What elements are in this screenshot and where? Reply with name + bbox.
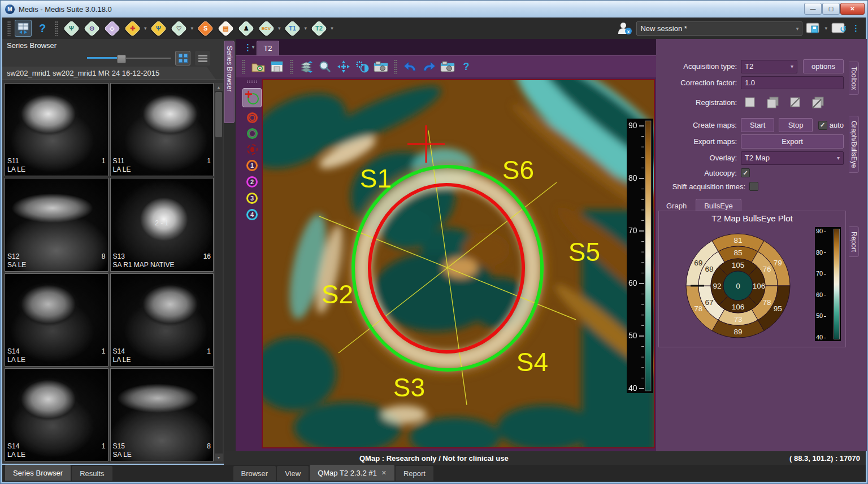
chevron-down-icon[interactable]: ▾	[144, 25, 147, 31]
close-tab-icon[interactable]: ✕	[381, 469, 387, 477]
window-layout-button[interactable]	[15, 20, 32, 37]
tab-browser[interactable]: Browser	[233, 466, 276, 481]
auto-checkbox[interactable]: ✓	[818, 121, 827, 130]
registration-none-button[interactable]	[741, 95, 760, 110]
acquisition-type-select[interactable]: T2▾	[741, 60, 797, 73]
chevron-down-icon[interactable]: ▾	[824, 25, 827, 31]
scrollbar-thumb[interactable]	[215, 92, 222, 137]
snapshot-button[interactable]	[374, 60, 388, 73]
frame-indicator: 2 - 1	[111, 219, 214, 227]
graph-bullseye-vertical-tab[interactable]: Graph/BullsEye	[849, 116, 859, 173]
endo-contour-tool[interactable]	[247, 112, 258, 123]
app-t2-button[interactable]: T2	[310, 19, 328, 38]
window-level-button[interactable]	[355, 60, 370, 73]
tab-report[interactable]: Report	[396, 466, 433, 481]
epi-contour-tool[interactable]	[247, 128, 258, 139]
minimize-button[interactable]: —	[804, 3, 822, 15]
thumbnail-size-slider[interactable]	[87, 54, 171, 62]
toolbox-vertical-tab[interactable]: Toolbox	[849, 62, 859, 95]
registration-stack-button[interactable]	[763, 95, 783, 110]
blood-pool-tool[interactable]	[247, 144, 258, 155]
app-flow-button[interactable]: S	[196, 19, 214, 38]
zoom-button[interactable]	[318, 60, 332, 73]
toolbar-grip[interactable]	[242, 59, 245, 74]
view-menu-icon[interactable]: ⋮▾	[244, 42, 254, 53]
reset-layout-icon[interactable]: ↺	[831, 22, 846, 34]
series-thumbnail[interactable]: S158SA LE	[110, 368, 214, 461]
redo-button[interactable]	[422, 60, 436, 73]
bullseye-plot[interactable]: 817995897869857678736768105106106920	[679, 226, 797, 343]
chevron-down-icon[interactable]: ▾	[278, 25, 281, 31]
help-button[interactable]: ?	[459, 60, 474, 73]
save-button[interactable]	[270, 60, 284, 73]
save-layout-icon[interactable]	[806, 22, 821, 34]
open-button[interactable]	[251, 60, 266, 73]
registration-diagonal-button[interactable]	[786, 95, 805, 110]
toolbar-grip[interactable]	[246, 80, 258, 83]
marker-1-tool[interactable]: 1	[246, 160, 258, 171]
export-button[interactable]: Export	[741, 134, 844, 149]
app-t1-button[interactable]: T1	[284, 19, 302, 38]
chevron-down-icon[interactable]: ▾	[331, 25, 333, 31]
app-tulip-gold-button[interactable]: Ψ	[150, 19, 168, 38]
grid-view-button[interactable]	[175, 51, 190, 66]
app-report-stack-button[interactable]: ▤	[216, 19, 235, 38]
marker-2-tool[interactable]: 2	[246, 176, 258, 188]
session-select[interactable]: New session * ▾	[636, 21, 802, 36]
toolbar-grip[interactable]	[7, 21, 11, 36]
help-button[interactable]: ?	[34, 20, 51, 37]
series-thumbnail[interactable]: S141LA LE	[5, 368, 108, 461]
shift-acquisition-checkbox[interactable]: ✓	[749, 182, 758, 191]
marker-4-tool[interactable]: 4	[246, 209, 258, 220]
app-ecv-button[interactable]: ECV	[257, 19, 275, 38]
overlay-select[interactable]: T2 Map▾	[741, 151, 844, 165]
toolbar-grip[interactable]	[394, 59, 397, 74]
maximize-button[interactable]: ▢	[822, 3, 840, 15]
undo-button[interactable]	[403, 60, 418, 73]
correction-factor-field[interactable]: 1.0	[741, 76, 844, 89]
patient-study-tab[interactable]: sw202_mrid1 sw202_mrid1 MR 24 16-12-2015	[2, 67, 216, 80]
options-button[interactable]: options	[803, 59, 844, 73]
autocopy-checkbox[interactable]: ✓	[741, 168, 750, 177]
thumbnail-scrollbar[interactable]: ▲ ▼	[215, 83, 223, 461]
series-thumbnail[interactable]: S111LA LE	[5, 83, 108, 176]
app-purple-button[interactable]: ◇	[103, 19, 121, 38]
tab-series-browser[interactable]: Series Browser	[5, 465, 71, 481]
close-button[interactable]: ✕	[840, 3, 865, 15]
chevron-down-icon[interactable]: ▾	[191, 25, 194, 31]
list-view-button[interactable]	[195, 51, 210, 66]
series-thumbnail[interactable]: S111LA LE	[110, 83, 214, 176]
t2-map-image[interactable]: S1 S2 S3 S4 S5 S6 90 80	[262, 79, 655, 448]
report-vertical-tab[interactable]: Report	[849, 226, 859, 257]
stop-button[interactable]: Stop	[779, 118, 812, 132]
start-button[interactable]: Start	[741, 118, 774, 132]
tab-t2[interactable]: T2	[257, 41, 279, 55]
series-thumbnail[interactable]: S141LA LE	[110, 273, 214, 367]
toolbar-grip[interactable]	[55, 21, 58, 36]
tab-results[interactable]: Results	[72, 466, 112, 481]
scroll-down-icon[interactable]: ▼	[215, 454, 223, 461]
app-pills-button[interactable]: ✚	[123, 19, 141, 38]
tab-qmap-t2[interactable]: QMap T2 2.3.2 #1✕	[310, 465, 394, 481]
statusbar: QMap : Research only / Not for clinical …	[224, 451, 866, 465]
draw-contour-tool[interactable]: +	[242, 88, 262, 107]
slider-handle[interactable]	[117, 55, 126, 63]
scroll-up-icon[interactable]: ▲	[215, 83, 223, 91]
toolbar-grip[interactable]	[290, 59, 293, 74]
snapshot-button[interactable]	[440, 60, 455, 73]
series-thumbnail[interactable]: S141LA LE	[5, 273, 108, 367]
series-thumbnail[interactable]: S128SA LE	[5, 178, 108, 271]
pan-button[interactable]	[336, 60, 351, 73]
overflow-menu-icon[interactable]: ⋮	[849, 23, 862, 33]
layers-button[interactable]	[299, 60, 314, 73]
app-tulip-green-button[interactable]: Ψ	[62, 19, 80, 38]
app-person-button[interactable]: ♟	[237, 19, 255, 38]
tab-view[interactable]: View	[277, 466, 309, 481]
app-swirl-button[interactable]: ⊙	[83, 19, 101, 38]
series-thumbnail[interactable]: 2 - 1 S1316SA R1 MAP NATIVE	[110, 178, 214, 271]
marker-3-tool[interactable]: 3	[246, 193, 258, 204]
registration-stack-diagonal-button[interactable]	[809, 95, 828, 110]
chevron-down-icon[interactable]: ▾	[305, 25, 307, 31]
app-heart-button[interactable]: ♡	[170, 19, 188, 38]
series-browser-vertical-tab[interactable]: Series Browser	[224, 41, 235, 123]
